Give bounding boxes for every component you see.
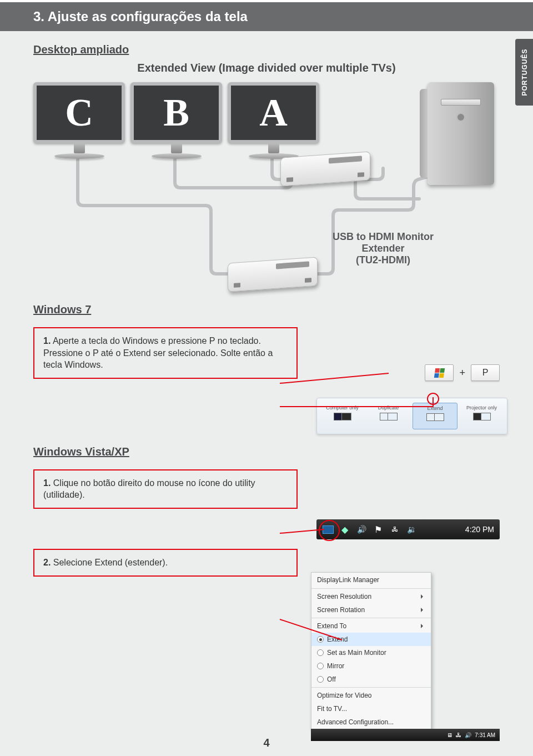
menu-extend-label: Extend	[327, 635, 348, 643]
callout-circle-utility	[319, 520, 340, 541]
menu-screen-resolution-label: Screen Resolution	[317, 593, 371, 600]
extender-label-line2: (TU2-HDMI)	[311, 254, 455, 266]
computer-tower	[428, 82, 494, 185]
winvxp-step-2-text: Selecione Extend (estender).	[53, 558, 168, 567]
taskbar: ◆ 🔊 ⚑ 🖧 🔉 4:20 PM	[316, 519, 500, 539]
monitor-b-label: B	[163, 91, 189, 135]
submenu-arrow-icon	[421, 608, 425, 612]
submenu-arrow-icon	[421, 594, 425, 599]
tray-volume-icon[interactable]: 🔊	[355, 523, 368, 535]
section-desktop-ampliado: Desktop ampliado	[33, 43, 500, 56]
speaker2-icon: 🔉	[407, 525, 416, 534]
vista-taskbar: ◆ 🔊 ⚑ 🖧 🔉 4:20 PM	[316, 519, 500, 539]
mini-tray-icon2[interactable]: 🖧	[456, 732, 461, 738]
winvxp-step-2: 2. Selecione Extend (estender).	[33, 549, 298, 577]
menu-optimize-video[interactable]: Optimize for Video	[311, 689, 431, 702]
menu-extend-to[interactable]: Extend To	[311, 619, 431, 633]
speaker-icon: 🔊	[357, 525, 366, 534]
submenu-arrow-icon	[421, 624, 425, 628]
menu-mirror-label: Mirror	[327, 662, 344, 670]
proj-computer-only-label: Computer only	[321, 405, 363, 410]
menu-mirror[interactable]: Mirror	[311, 659, 431, 673]
radio-checked-icon	[317, 636, 324, 643]
menu-fit-tv[interactable]: Fit to TV...	[311, 702, 431, 715]
network-icon: 🖧	[391, 525, 398, 533]
windows-7-title: Windows 7	[33, 303, 500, 316]
connection-diagram: C B A USB to HDMI Monitor Extender	[33, 82, 500, 288]
utility-tray-icon[interactable]	[322, 523, 334, 535]
menu-screen-resolution[interactable]: Screen Resolution	[311, 590, 431, 603]
extender-box-1	[280, 151, 370, 186]
extender-label-line1: USB to HDMI Monitor Extender	[311, 231, 455, 254]
proj-duplicate-label: Duplicate	[368, 405, 409, 410]
radio-icon	[317, 663, 324, 669]
menu-optimize-video-label: Optimize for Video	[317, 692, 372, 699]
displaylink-context-menu: DisplayLink Manager Screen Resolution Sc…	[311, 572, 431, 729]
plus-sign: +	[459, 367, 465, 379]
menu-title: DisplayLink Manager	[311, 573, 431, 587]
page-number: 4	[263, 737, 269, 749]
windows-logo-icon	[434, 368, 445, 378]
proj-duplicate[interactable]: Duplicate	[366, 403, 410, 429]
monitor-c: C	[33, 82, 125, 159]
extender-box-2	[228, 257, 318, 292]
menu-off-label: Off	[327, 675, 336, 683]
radio-icon	[317, 676, 324, 683]
winvxp-step-1: 1. Clique no botão direito do mouse no í…	[33, 469, 298, 509]
monitor-a-label: A	[259, 91, 288, 135]
proj-extend-label: Extend	[414, 405, 456, 411]
mini-taskbar: 🖥 🖧 🔊 7:31 AM	[311, 729, 500, 741]
menu-set-main-label: Set as Main Monitor	[327, 649, 386, 657]
menu-extend[interactable]: Extend	[311, 633, 431, 646]
winvxp-step-1-num: 1.	[43, 478, 51, 488]
key-combination: + P	[316, 364, 500, 381]
win7-step-1: 1. Aperte a tecla do Windows e pressione…	[33, 327, 298, 379]
monitor-c-label: C	[65, 91, 93, 135]
context-menu-area: DisplayLink Manager Screen Resolution Sc…	[311, 572, 500, 741]
section-extended-view: Extended View (Image divided over multip…	[33, 62, 500, 74]
callout-circle-extend	[427, 393, 439, 405]
radio-icon	[317, 649, 324, 656]
win7-key-panel: + P Computer only Duplicate Extend Proje…	[316, 364, 500, 434]
mini-taskbar-time: 7:31 AM	[475, 732, 495, 738]
winvxp-step-2-num: 2.	[43, 558, 51, 567]
mini-tray-icon[interactable]: 🖥	[447, 732, 452, 738]
proj-projector-only-label: Projector only	[461, 405, 502, 410]
menu-off[interactable]: Off	[311, 673, 431, 686]
page-root: 3. Ajuste as configurações da tela PORTU…	[0, 0, 533, 756]
menu-screen-rotation[interactable]: Screen Rotation	[311, 603, 431, 617]
monitor-a: A	[228, 82, 319, 159]
taskbar-time: 4:20 PM	[465, 525, 494, 534]
extender-label: USB to HDMI Monitor Extender (TU2-HDMI)	[311, 231, 455, 266]
proj-projector-only[interactable]: Projector only	[460, 403, 504, 429]
menu-extend-to-label: Extend To	[317, 622, 346, 630]
proj-extend[interactable]: Extend	[413, 403, 457, 429]
mini-tray-volume-icon[interactable]: 🔊	[465, 732, 471, 738]
p-key[interactable]: P	[471, 364, 500, 381]
flag-icon: ⚑	[374, 524, 382, 535]
win7-step-1-num: 1.	[43, 336, 51, 346]
projection-panel: Computer only Duplicate Extend Projector…	[316, 398, 507, 434]
tray-icon-2[interactable]: ◆	[339, 523, 351, 535]
shield-icon: ◆	[341, 524, 348, 535]
header-title: 3. Ajuste as configurações da tela	[33, 9, 248, 24]
tray-network-icon[interactable]: 🖧	[389, 523, 401, 535]
tray-icon-4[interactable]: ⚑	[372, 523, 384, 535]
proj-computer-only[interactable]: Computer only	[320, 403, 364, 429]
tray-volume2-icon[interactable]: 🔉	[405, 523, 418, 535]
menu-advanced-config-label: Advanced Configuration...	[317, 718, 394, 726]
content-area: Desktop ampliado Extended View (Image di…	[0, 31, 533, 577]
windows-vista-xp-title: Windows Vista/XP	[33, 445, 500, 458]
monitor-b: B	[130, 82, 222, 159]
menu-screen-rotation-label: Screen Rotation	[317, 606, 365, 614]
page-header: 3. Ajuste as configurações da tela	[0, 2, 533, 31]
menu-set-main[interactable]: Set as Main Monitor	[311, 646, 431, 659]
menu-advanced-config[interactable]: Advanced Configuration...	[311, 715, 431, 729]
menu-fit-tv-label: Fit to TV...	[317, 705, 347, 713]
winvxp-step-1-text: Clique no botão direito do mouse no ícon…	[43, 478, 255, 500]
win7-step-1-text: Aperte a tecla do Windows e pressione P …	[43, 336, 273, 369]
windows-key[interactable]	[425, 364, 454, 381]
